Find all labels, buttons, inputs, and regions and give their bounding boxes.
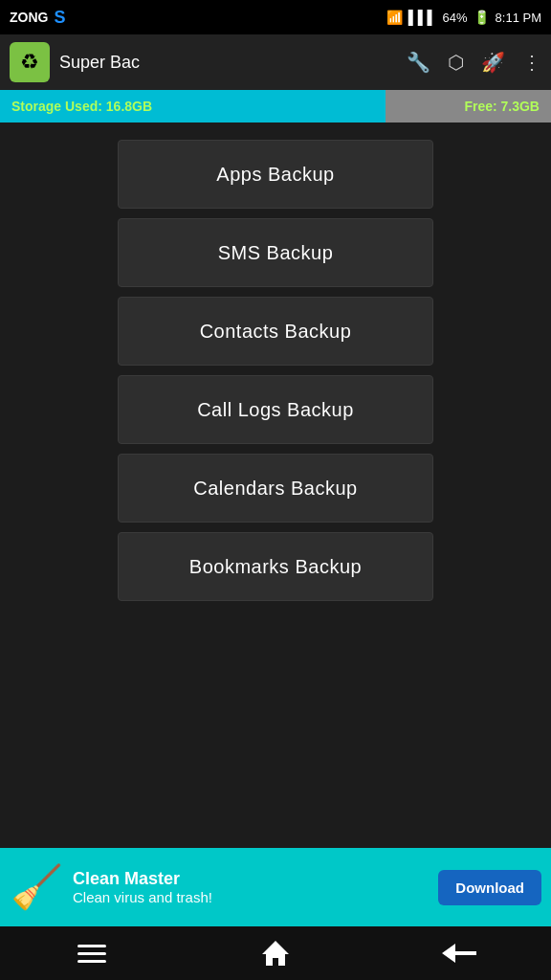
toolbar-icons: 🔧 ⬡ 🚀 ⋮ <box>407 51 541 74</box>
contacts-backup-button[interactable]: Contacts Backup <box>118 297 433 366</box>
calendars-backup-button[interactable]: Calendars Backup <box>118 454 433 523</box>
ad-banner: 🧹 Clean Master Clean virus and trash! Do… <box>0 848 551 926</box>
ad-text-block: Clean Master Clean virus and trash! <box>73 869 429 905</box>
sync-icon: S <box>54 8 65 28</box>
ad-subtitle: Clean virus and trash! <box>73 889 429 905</box>
storage-free-label: Free: <box>464 99 496 114</box>
battery-percent: 64% <box>443 11 468 25</box>
rocket-icon[interactable]: 🚀 <box>481 51 505 74</box>
bookmarks-backup-button[interactable]: Bookmarks Backup <box>118 532 433 601</box>
storage-free-value: 7.3GB <box>501 99 540 114</box>
signal-icon: ▌▌▌ <box>408 10 437 25</box>
battery-icon: 🔋 <box>474 10 490 25</box>
main-content: Apps BackupSMS BackupContacts BackupCall… <box>0 122 551 848</box>
carrier-name: ZONG <box>10 10 48 25</box>
menu-nav-button[interactable] <box>63 934 121 972</box>
status-bar: ZONG S 📶 ▌▌▌ 64% 🔋 8:11 PM <box>0 0 551 34</box>
svg-marker-0 <box>262 941 289 966</box>
bottom-nav <box>0 926 551 980</box>
back-icon <box>442 942 476 965</box>
time-display: 8:11 PM <box>496 11 541 25</box>
svg-marker-1 <box>442 944 476 963</box>
app-logo-icon: ♻ <box>10 42 50 82</box>
more-options-icon[interactable]: ⋮ <box>522 51 541 74</box>
apps-backup-button[interactable]: Apps Backup <box>118 140 433 209</box>
drive-icon[interactable]: ⬡ <box>448 51 464 74</box>
app-bar: ♻ Super Bac 🔧 ⬡ 🚀 ⋮ <box>0 34 551 90</box>
home-icon <box>260 939 291 968</box>
carrier-info: ZONG S <box>10 8 65 28</box>
storage-bar: Storage Used: 16.8GB Free: 7.3GB <box>0 90 551 122</box>
broom-icon: 🧹 <box>10 858 63 916</box>
storage-used-section: Storage Used: 16.8GB <box>0 90 386 122</box>
status-right: 📶 ▌▌▌ 64% 🔋 8:11 PM <box>386 10 541 25</box>
wifi-icon: 📶 <box>386 10 403 25</box>
wrench-icon[interactable]: 🔧 <box>407 51 430 74</box>
home-nav-button[interactable] <box>247 934 304 972</box>
back-nav-button[interactable] <box>430 934 488 972</box>
sms-backup-button[interactable]: SMS Backup <box>118 218 433 287</box>
storage-free-section: Free: 7.3GB <box>386 90 551 122</box>
storage-used-label: Storage Used: <box>11 99 102 114</box>
storage-used-value: 16.8GB <box>106 99 152 114</box>
download-button[interactable]: Download <box>438 870 541 905</box>
ad-title: Clean Master <box>73 869 429 889</box>
app-title: Super Bac <box>59 53 397 73</box>
call-logs-backup-button[interactable]: Call Logs Backup <box>118 375 433 444</box>
